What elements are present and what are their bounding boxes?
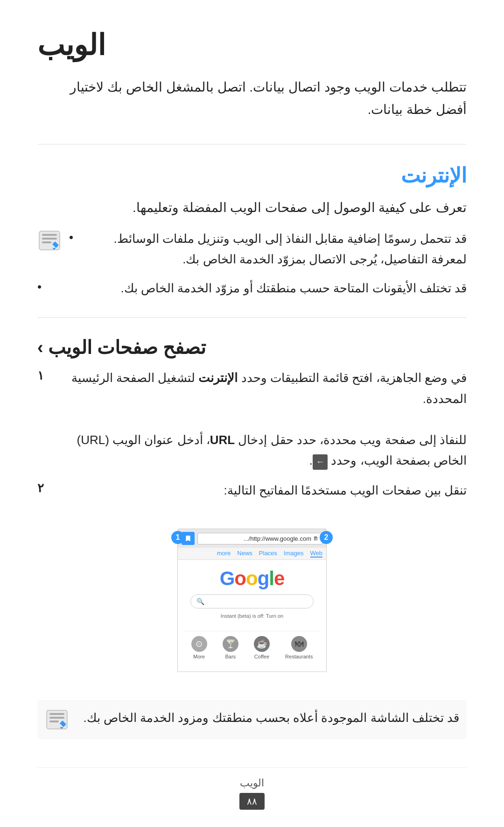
bullet-dot-2: • xyxy=(37,280,42,294)
browser-toolbar: 1 🖹 http://www.google.com/... 2 xyxy=(177,529,327,548)
step-2: تنقل بين صفحات الويب مستخدمًا المفاتيح ا… xyxy=(37,480,467,501)
shortcut-more[interactable]: ⊙ More xyxy=(191,636,207,659)
bottom-note: قد تختلف الشاشة الموجودة أعلاه بحسب منطق… xyxy=(37,700,467,739)
coffee-label: Coffee xyxy=(254,654,269,659)
tab-images[interactable]: Images xyxy=(284,550,304,558)
bars-icon: 🍸 xyxy=(223,636,238,652)
footer-page-number: ٨٨ xyxy=(239,793,265,810)
bottom-note-text: قد تختلف الشاشة الموجودة أعلاه بحسب منطق… xyxy=(77,707,459,728)
google-search-input[interactable] xyxy=(204,598,308,605)
internet-section-title: الإنترنت xyxy=(37,163,467,187)
browser-nav-tabs: Web Images Places News more xyxy=(177,548,327,560)
step-2-number: ٢ xyxy=(37,481,44,495)
main-title: الويب xyxy=(37,28,467,62)
browse-title-text: تصفح صفحات الويب xyxy=(48,337,206,358)
google-search-bar[interactable]: 🔍 xyxy=(190,594,314,608)
url-text: http://www.google.com/... xyxy=(244,535,311,542)
bullet-item-1: قد تتحمل رسومًا إضافية مقابل النفاذ إلى … xyxy=(37,228,467,269)
badge-2: 2 xyxy=(320,531,333,544)
bullet-list: قد تتحمل رسومًا إضافية مقابل النفاذ إلى … xyxy=(37,228,467,299)
bullet-dot-1: • xyxy=(69,230,73,245)
svg-rect-7 xyxy=(49,721,59,722)
google-shortcuts: 🍽 Restaurants ☕ Coffee 🍸 Bars ⊙ More xyxy=(183,631,321,664)
svg-rect-1 xyxy=(42,234,57,236)
shortcut-bars[interactable]: 🍸 Bars xyxy=(223,636,238,659)
shortcut-coffee[interactable]: ☕ Coffee xyxy=(254,636,270,659)
intro-text: تتطلب خدمات الويب وجود اتصال بيانات. اتص… xyxy=(37,76,467,120)
bullet-item-2: قد تختلف الأيقونات المتاحة حسب منطقتك أو… xyxy=(37,278,467,298)
tab-places[interactable]: Places xyxy=(259,550,277,558)
internet-subtitle: تعرف على كيفية الوصول إلى صفحات الويب ال… xyxy=(37,197,467,219)
shortcut-restaurants[interactable]: 🍽 Restaurants xyxy=(285,636,313,659)
more-icon: ⊙ xyxy=(191,636,207,652)
restaurants-label: Restaurants xyxy=(285,654,313,659)
browse-section-title: تصفح صفحات الويب › xyxy=(37,337,467,358)
browse-arrow: › xyxy=(37,338,43,358)
tab-more[interactable]: more xyxy=(217,550,231,558)
browser-screenshot-wrapper: 1 🖹 http://www.google.com/... 2 Web xyxy=(37,515,467,686)
tab-news[interactable]: News xyxy=(237,550,252,558)
svg-rect-3 xyxy=(42,241,51,243)
browser-url-bar[interactable]: 🖹 http://www.google.com/... xyxy=(197,533,322,544)
instant-text: Instant (beta) is off: Turn on xyxy=(221,613,283,619)
restaurants-icon: 🍽 xyxy=(291,636,307,652)
browser-screenshot: 1 🖹 http://www.google.com/... 2 Web xyxy=(177,529,327,672)
browser-body: Google 🔍 Instant (beta) is off: Turn on … xyxy=(177,560,327,672)
bars-label: Bars xyxy=(225,654,236,659)
step-2-text: تنقل بين صفحات الويب مستخدمًا المفاتيح ا… xyxy=(49,480,467,501)
bullet-text-1: قد تتحمل رسومًا إضافية مقابل النفاذ إلى … xyxy=(81,228,467,269)
search-icon: 🔍 xyxy=(196,598,204,605)
note-icon-1 xyxy=(37,228,62,253)
divider-2 xyxy=(37,317,467,318)
steps-container: في وضع الجاهزية، افتح قائمة التطبيقات وح… xyxy=(37,368,467,501)
more-label: More xyxy=(193,654,205,659)
step-1-text: في وضع الجاهزية، افتح قائمة التطبيقات وح… xyxy=(49,368,467,471)
svg-rect-6 xyxy=(49,717,64,719)
bullet-text-2: قد تختلف الأيقونات المتاحة حسب منطقتك أو… xyxy=(49,278,467,298)
step-1: في وضع الجاهزية، افتح قائمة التطبيقات وح… xyxy=(37,368,467,471)
divider-1 xyxy=(37,144,467,145)
tab-web[interactable]: Web xyxy=(310,550,323,558)
note-icon-bottom xyxy=(45,707,69,732)
url-page-icon: 🖹 xyxy=(313,536,318,541)
svg-rect-5 xyxy=(49,713,64,715)
footer-title: الويب xyxy=(37,777,467,789)
svg-rect-2 xyxy=(42,238,57,240)
step-1-number: ١ xyxy=(37,368,44,383)
google-logo: Google xyxy=(220,567,285,590)
coffee-icon: ☕ xyxy=(254,636,270,652)
page-footer: الويب ٨٨ xyxy=(37,767,467,810)
